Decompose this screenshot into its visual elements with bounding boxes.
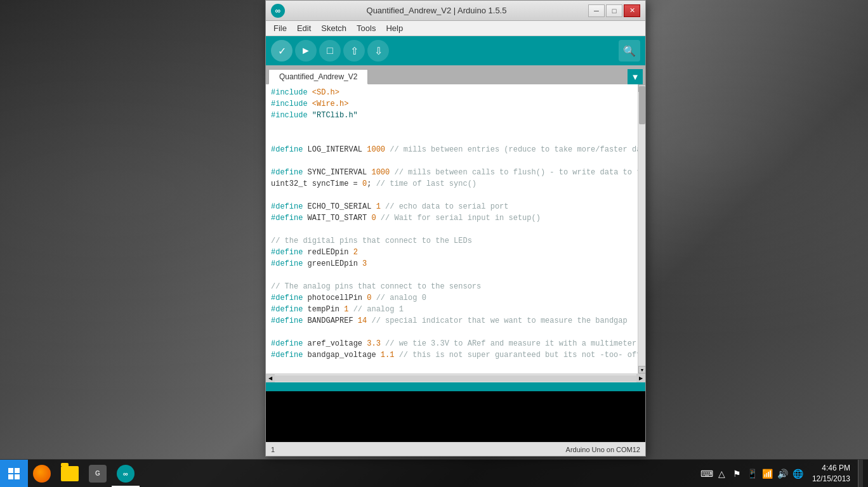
menu-sketch[interactable]: Sketch [316,22,352,34]
file-manager-taskbar-icon[interactable] [56,460,84,488]
vertical-scrollbar[interactable]: ▲ ▼ [638,84,645,373]
editor-container: #include <SD.h> #include <Wire.h> #inclu… [266,84,645,456]
start-button[interactable] [0,460,28,488]
arduino-taskbar-icon[interactable]: ∞ [112,460,140,488]
code-area[interactable]: #include <SD.h> #include <Wire.h> #inclu… [266,84,645,373]
menu-file[interactable]: File [268,22,292,34]
clock-date: 12/15/2013 [812,474,850,484]
scroll-down-arrow[interactable]: ▼ [638,366,645,373]
gimp-taskbar-icon[interactable]: G [84,460,112,488]
system-clock[interactable]: 4:46 PM 12/15/2013 [807,463,855,484]
logo-symbol: ∞ [275,6,281,15]
svg-rect-2 [8,474,13,479]
verify-button[interactable]: ✓ [271,40,293,62]
menu-tools[interactable]: Tools [352,22,381,34]
new-button[interactable]: □ [319,40,341,62]
search-icon: 🔍 [623,45,636,57]
phone-icon[interactable]: 📱 [746,467,759,480]
menu-help[interactable]: Help [381,22,408,34]
arduino-ide-window: ∞ Quantified_Andrew_V2 | Arduino 1.5.5 ─… [265,0,646,457]
vpn-icon[interactable]: 🌐 [792,467,805,480]
clock-time: 4:46 PM [812,463,850,474]
minimize-button[interactable]: ─ [588,4,605,17]
scroll-right-arrow[interactable]: ▶ [636,374,645,383]
scrollbar-thumb[interactable] [639,86,645,124]
volume-icon[interactable]: 🔊 [777,467,789,480]
toolbar: ✓ ► □ ⇧ ⇩ 🔍 [266,36,645,65]
maximize-button[interactable]: □ [606,4,622,17]
upload-icon: ► [301,45,311,56]
firefox-taskbar-icon[interactable] [28,460,56,488]
board-info: Arduino Uno on COM12 [566,446,640,453]
tab-dropdown-button[interactable]: ▼ [628,69,643,84]
svg-rect-3 [15,474,20,479]
tab-quantified-andrew[interactable]: Quantified_Andrew_V2 [268,69,368,84]
keyboard-icon[interactable]: ⌨ [700,467,713,480]
scrollbar-h-track[interactable] [275,375,636,382]
svg-rect-1 [15,468,20,473]
save-icon: ⇩ [374,45,383,57]
svg-rect-0 [8,468,13,473]
line-number: 1 [271,446,275,453]
window-title: Quantified_Andrew_V2 | Arduino 1.5.5 [285,6,588,15]
file-manager-icon [61,466,79,481]
notification-icon[interactable]: △ [716,467,728,480]
console-area [266,391,645,442]
menu-bar: File Edit Sketch Tools Help [266,21,645,36]
code-content[interactable]: #include <SD.h> #include <Wire.h> #inclu… [266,84,638,373]
taskbar: G ∞ ⌨ △ ⚑ 📱 📶 🔊 🌐 4:46 PM 12/15/2013 [0,459,868,487]
open-icon: ⇧ [350,45,358,57]
console-header [266,382,645,391]
tab-bar: Quantified_Andrew_V2 ▼ [266,65,645,84]
title-bar: ∞ Quantified_Andrew_V2 | Arduino 1.5.5 ─… [266,1,645,21]
new-icon: □ [327,45,333,56]
tab-label: Quantified_Andrew_V2 [279,72,357,81]
scroll-left-arrow[interactable]: ◀ [266,374,275,383]
window-controls: ─ □ ✕ [588,4,640,17]
network-icon[interactable]: 📶 [761,467,774,480]
system-tray: ⌨ △ ⚑ 📱 📶 🔊 🌐 4:46 PM 12/15/2013 [695,460,868,488]
flag-icon[interactable]: ⚑ [731,467,744,480]
gimp-icon: G [89,465,107,483]
firefox-icon [33,465,51,483]
windows-logo-icon [8,467,20,480]
open-button[interactable]: ⇧ [343,40,365,62]
arduino-logo: ∞ [271,4,285,18]
show-desktop-button[interactable] [858,460,863,488]
close-button[interactable]: ✕ [624,4,640,17]
verify-icon: ✓ [278,45,286,57]
horizontal-scrollbar[interactable]: ◀ ▶ [266,373,645,382]
status-bar: 1 Arduino Uno on COM12 [266,442,645,456]
upload-button[interactable]: ► [295,40,317,62]
save-button[interactable]: ⇩ [367,40,389,62]
menu-edit[interactable]: Edit [292,22,316,34]
arduino-icon: ∞ [117,465,135,483]
search-button[interactable]: 🔍 [619,40,640,62]
